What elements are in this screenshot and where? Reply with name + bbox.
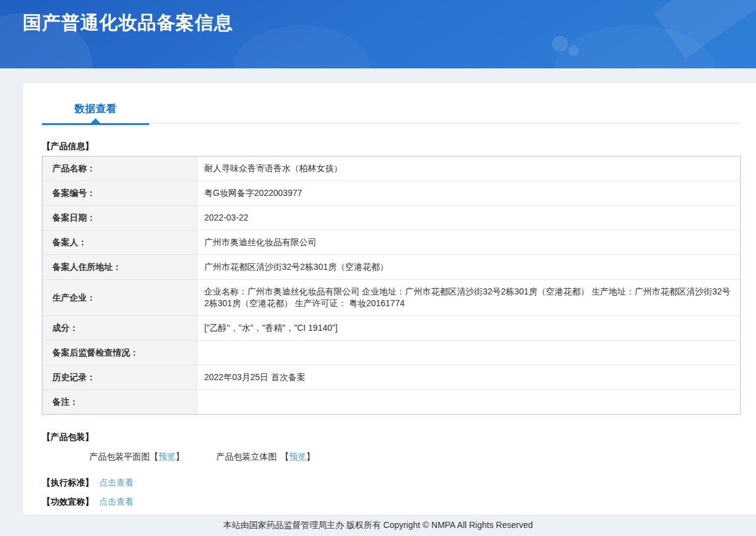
table-row-history: 历史记录： 2022年03月25日 首次备案	[43, 365, 740, 390]
row-value: ["乙醇"，"水"，"香精"，"CI 19140"]	[197, 316, 740, 341]
packaging-flat-item: 产品包装平面图【预览】	[89, 452, 184, 463]
row-label: 历史记录：	[43, 365, 197, 390]
row-value: 广州市花都区清沙街32号2栋301房（空港花都）	[197, 255, 740, 280]
page-footer: 本站由国家药品监督管理局主办 版权所有 Copyright © NMPA All…	[0, 514, 756, 531]
table-row-manufacturer: 生产企业： 企业名称：广州市奥迪丝化妆品有限公司 企业地址：广州市花都区清沙街3…	[43, 280, 740, 316]
content-card: 数据查看 【产品信息】 产品名称： 耐人寻味众香寄语香水（柏林女孩） 备案编号：…	[23, 83, 756, 514]
product-info-table: 产品名称： 耐人寻味众香寄语香水（柏林女孩） 备案编号： 粤G妆网备字20220…	[42, 156, 741, 415]
row-label: 生产企业：	[43, 280, 197, 316]
row-value: 耐人寻味众香寄语香水（柏林女孩）	[197, 156, 740, 181]
row-value	[197, 341, 740, 365]
standards-label: 【执行标准】	[42, 477, 94, 487]
row-label: 产品名称：	[43, 156, 197, 181]
row-label: 备案日期：	[43, 206, 197, 230]
standards-view-link[interactable]: 点击查看	[99, 477, 134, 487]
row-label: 备注：	[43, 390, 197, 415]
table-row-registrant: 备案人： 广州市奥迪丝化妆品有限公司	[43, 230, 740, 255]
table-row-registration-date: 备案日期： 2022-03-22	[43, 206, 740, 230]
standards-row: 【执行标准】点击查看	[42, 477, 756, 489]
packaging-flat-label: 产品包装平面图	[89, 452, 150, 461]
packaging-stereo-label: 产品包装立体图	[216, 452, 277, 461]
packaging-stereo-preview-link[interactable]: 预览	[289, 452, 306, 461]
row-label: 备案编号：	[43, 181, 197, 206]
page-title: 国产普通化妆品备案信息	[0, 0, 756, 34]
packaging-flat-preview-link[interactable]: 预览	[158, 452, 176, 461]
row-label: 备案后监督检查情况：	[43, 341, 197, 365]
bracket-close: 】	[176, 452, 184, 461]
row-value	[197, 390, 740, 415]
tab-data-view-label: 数据查看	[75, 103, 116, 115]
tab-data-view[interactable]: 数据查看	[42, 102, 149, 124]
row-label: 备案人：	[43, 230, 197, 255]
page-header: 国产普通化妆品备案信息	[0, 0, 756, 68]
bracket-open: 【	[280, 452, 289, 461]
table-row-supervision-check: 备案后监督检查情况：	[43, 341, 740, 365]
row-label: 备案人住所地址：	[43, 255, 197, 280]
efficacy-label: 【功效宣称】	[42, 497, 94, 506]
tab-bar: 数据查看	[42, 102, 741, 124]
header-decoration-dot	[568, 46, 579, 56]
table-row-product-name: 产品名称： 耐人寻味众香寄语香水（柏林女孩）	[43, 156, 740, 181]
efficacy-view-link[interactable]: 点击查看	[99, 497, 134, 506]
row-value: 2022年03月25日 首次备案	[197, 365, 740, 390]
header-decoration-dot	[552, 36, 568, 52]
table-row-ingredients: 成分： ["乙醇"，"水"，"香精"，"CI 19140"]	[43, 316, 740, 341]
bracket-close: 】	[306, 452, 315, 461]
row-label: 成分：	[43, 316, 197, 341]
packaging-row: 产品包装平面图【预览】 产品包装立体图【预览】	[89, 452, 756, 463]
row-value: 企业名称：广州市奥迪丝化妆品有限公司 企业地址：广州市花都区清沙街32号2栋30…	[197, 280, 740, 316]
product-info-section-title: 【产品信息】	[42, 141, 756, 152]
table-row-registration-number: 备案编号： 粤G妆网备字2022003977	[43, 181, 740, 206]
efficacy-row: 【功效宣称】点击查看	[42, 497, 756, 508]
row-value: 广州市奥迪丝化妆品有限公司	[197, 230, 740, 255]
table-row-remarks: 备注：	[43, 390, 740, 415]
bracket-open: 【	[150, 452, 158, 461]
packaging-stereo-item: 产品包装立体图【预览】	[216, 452, 315, 463]
row-value: 2022-03-22	[197, 206, 740, 230]
row-value: 粤G妆网备字2022003977	[197, 181, 740, 206]
footer-copyright-text: 本站由国家药品监督管理局主办 版权所有 Copyright © NMPA All…	[223, 520, 532, 530]
table-row-registrant-address: 备案人住所地址： 广州市花都区清沙街32号2栋301房（空港花都）	[43, 255, 740, 280]
packaging-section-title: 【产品包装】	[42, 432, 756, 443]
